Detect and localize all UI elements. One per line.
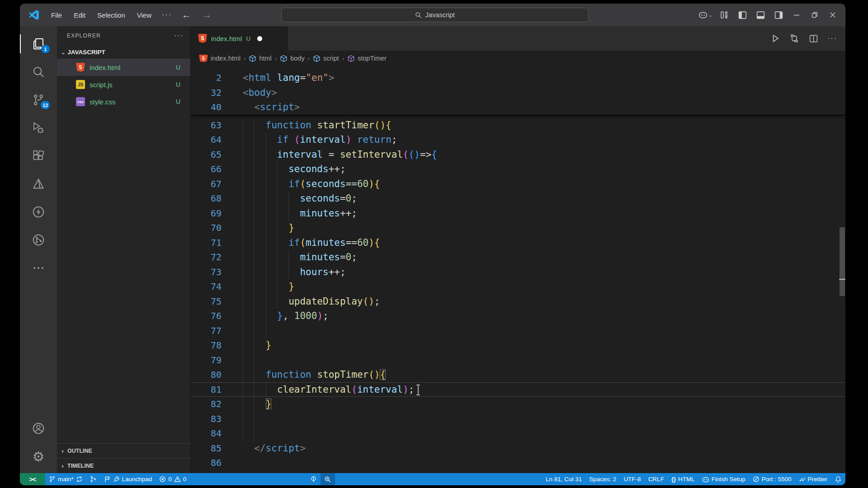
code-line-82[interactable]: 82 } [191, 397, 845, 412]
activity-run-debug-icon[interactable] [20, 114, 57, 142]
status-zoom-status[interactable] [321, 473, 335, 485]
activity-search-icon[interactable] [20, 58, 57, 86]
code-line-75[interactable]: 75 updateDisplay(); [191, 294, 845, 309]
status-git-graph-status[interactable] [86, 473, 100, 485]
chevron-right-icon: › [61, 447, 64, 455]
code-line-78[interactable]: 78 } [191, 338, 845, 353]
folder-javascript[interactable]: ⌄ JAVASCRIPT [57, 45, 190, 59]
close-button[interactable] [824, 4, 842, 26]
activity-explorer-icon[interactable]: 1 [20, 30, 57, 58]
activity-extension-pyramid-icon[interactable] [20, 170, 57, 198]
breadcrumb-html[interactable]: html [249, 55, 271, 62]
status-notifications[interactable] [831, 473, 845, 485]
code-line-84[interactable]: 84 [191, 426, 845, 441]
status-indentation[interactable]: Spaces: 2 [585, 473, 620, 485]
activity-thunder-client-icon[interactable] [20, 198, 57, 226]
status-live-server-port[interactable]: Port : 5500 [749, 473, 795, 485]
breadcrumb-body[interactable]: body [280, 55, 304, 62]
menu-selection[interactable]: Selection [91, 9, 131, 22]
activity-extensions-icon[interactable] [20, 142, 57, 170]
code-line-73[interactable]: 73 hours++; [191, 265, 845, 280]
unsaved-dot-icon[interactable] [257, 36, 262, 41]
code-line-71[interactable]: 71 if(minutes==60){ [191, 235, 845, 250]
code-area[interactable]: 2<html lang="en">32<body>40 <script> 63 … [191, 66, 845, 473]
minimize-button[interactable] [788, 4, 806, 26]
branch-icon [49, 476, 56, 483]
breadcrumb-stoptimer[interactable]: stopTimer [347, 55, 387, 62]
dblcheck-icon: ✓✓ [799, 476, 806, 483]
menu-view[interactable]: View [131, 9, 157, 22]
code-line-77[interactable]: 77 [191, 324, 845, 338]
remote-indicator[interactable]: >< [20, 473, 45, 485]
status-screencast[interactable] [307, 473, 321, 485]
toggle-primary-sidebar-icon[interactable] [733, 4, 751, 26]
explorer-more-actions-button[interactable]: ··· [174, 32, 184, 40]
command-center-search[interactable]: Javascript [281, 8, 589, 22]
restore-button[interactable] [806, 4, 824, 26]
chevron-down-icon[interactable]: ⌄ [708, 12, 712, 18]
line-number: 2 [191, 72, 222, 83]
activity-accounts-icon[interactable] [20, 414, 57, 442]
toggle-secondary-sidebar-icon[interactable] [769, 4, 788, 26]
line-number: 67 [191, 178, 222, 189]
line-number: 63 [191, 120, 222, 131]
code-line-85[interactable]: 85 </script> [191, 441, 845, 456]
code-line-32[interactable]: 32<body> [191, 85, 845, 100]
activity-source-control-icon[interactable]: 12 [20, 86, 57, 114]
breadcrumb-script[interactable]: script [313, 55, 339, 62]
line-number: 65 [191, 149, 222, 160]
activity-settings-icon[interactable]: ⚙ [20, 442, 57, 470]
code-line-65[interactable]: 65 interval = setInterval(()=>{ [191, 147, 845, 162]
js-file-icon: JS [76, 80, 85, 89]
line-number: 75 [191, 296, 222, 307]
code-line-70[interactable]: 70 } [191, 221, 845, 235]
status-prettier[interactable]: ✓✓Prettier [795, 473, 831, 485]
activity-git-graph-icon[interactable] [20, 226, 57, 254]
split-editor-button[interactable] [805, 30, 822, 47]
file-item-script-js[interactable]: JS script.js U [57, 76, 190, 93]
file-item-index-html[interactable]: 5 index.html U [57, 59, 190, 76]
code-line-68[interactable]: 68 seconds=0; [191, 191, 845, 206]
status-problems[interactable]: 00 [156, 473, 190, 485]
activity-more-views-icon[interactable] [20, 254, 57, 282]
panel-timeline[interactable]: ›TIMELINE [57, 458, 190, 473]
menu-edit[interactable]: Edit [68, 9, 91, 22]
status-git-branch[interactable]: main* [45, 473, 86, 485]
code-line-83[interactable]: 83 [191, 412, 845, 427]
status-cursor-position[interactable]: Ln 81, Col 31 [542, 473, 585, 485]
code-line-64[interactable]: 64 if (interval) return; [191, 132, 845, 147]
nav-back-button[interactable]: ← [176, 9, 197, 20]
slash-icon [753, 476, 760, 483]
open-changes-icon[interactable] [786, 30, 803, 47]
code-line-2[interactable]: 2<html lang="en"> [191, 70, 845, 85]
menu-file[interactable]: File [45, 9, 68, 22]
status-encoding[interactable]: UTF-8 [620, 473, 644, 485]
code-line-86[interactable]: 86 [191, 455, 845, 470]
toggle-panel-icon[interactable] [751, 4, 769, 26]
code-line-67[interactable]: 67 if(seconds==60){ [191, 177, 845, 192]
status-launchpad[interactable]: Launchpad [100, 473, 156, 485]
code-line-74[interactable]: 74 } [191, 279, 845, 294]
status-language-mode[interactable]: {}HTML [668, 473, 698, 485]
file-item-style-css[interactable]: css style.css U [57, 93, 190, 110]
tab-index-html[interactable]: 5 index.html U [191, 26, 288, 51]
menu-more-button[interactable]: ··· [157, 11, 176, 19]
status-copilot-status[interactable]: Finish Setup [698, 473, 749, 485]
customize-layout-icon[interactable] [715, 4, 733, 26]
code-line-81[interactable]: 81 clearInterval(interval); [191, 382, 845, 397]
code-line-80[interactable]: 80 function stopTimer(){ [191, 367, 845, 382]
panel-outline[interactable]: ›OUTLINE [57, 443, 190, 458]
code-line-76[interactable]: 76 }, 1000); [191, 309, 845, 324]
code-line-79[interactable]: 79 [191, 353, 845, 368]
code-line-72[interactable]: 72 minutes=0; [191, 250, 845, 265]
status-eol[interactable]: CRLF [645, 473, 668, 485]
breadcrumb-index.html[interactable]: 5index.html [199, 55, 241, 62]
git-status-badge: U [176, 81, 180, 88]
run-button[interactable] [767, 30, 784, 47]
editor-more-actions-button[interactable]: ··· [824, 30, 841, 47]
code-line-66[interactable]: 66 seconds++; [191, 162, 845, 177]
nav-forward-button[interactable]: → [197, 9, 217, 20]
code-line-69[interactable]: 69 minutes++; [191, 206, 845, 221]
code-line-40[interactable]: 40 <script> [191, 100, 845, 115]
code-line-63[interactable]: 63 function startTimer(){ [191, 118, 845, 133]
